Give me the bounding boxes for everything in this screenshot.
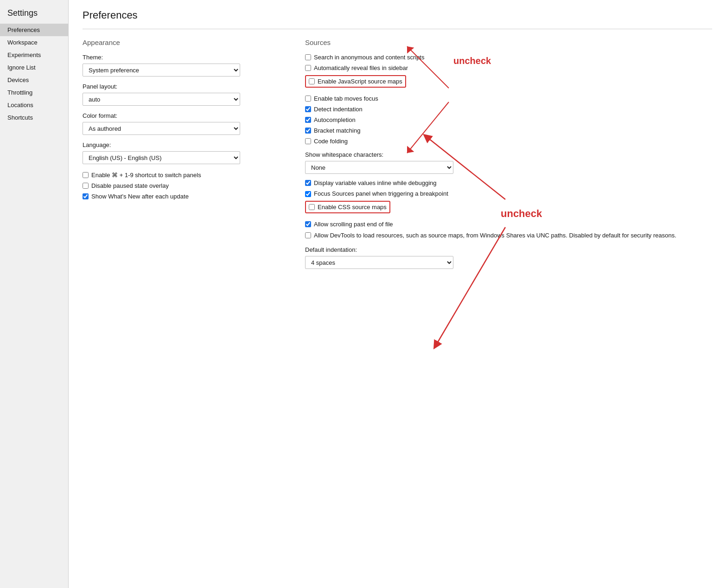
- sidebar-item-experiments[interactable]: Experiments: [0, 49, 68, 61]
- show-whats-new-row: Show What's New after each update: [83, 193, 277, 200]
- css-maps-highlight-container: Enable CSS source maps: [305, 201, 712, 217]
- code-folding-row: Code folding: [305, 138, 712, 145]
- enable-js-maps-label: Enable JavaScript source maps: [318, 78, 402, 85]
- sidebar-item-ignore-list[interactable]: Ignore List: [0, 61, 68, 74]
- display-variable-row: Display variable values inline while deb…: [305, 179, 712, 186]
- display-variable-label: Display variable values inline while deb…: [314, 179, 437, 186]
- auto-reveal-checkbox[interactable]: [305, 65, 311, 71]
- whitespace-label-row: Show whitespace characters:: [305, 151, 712, 158]
- default-indent-section: Default indentation: 4 spaces 2 spaces 8…: [305, 246, 712, 269]
- allow-devtools-row: Allow DevTools to load resources, such a…: [305, 231, 712, 240]
- color-format-label: Color format:: [83, 112, 277, 119]
- svg-line-0: [407, 46, 449, 88]
- appearance-section-title: Appearance: [83, 38, 277, 46]
- whitespace-label: Show whitespace characters:: [305, 151, 712, 158]
- code-folding-checkbox[interactable]: [305, 138, 311, 144]
- disable-paused-label: Disable paused state overlay: [91, 182, 169, 189]
- sources-section-title: Sources: [305, 38, 712, 46]
- divider: [83, 29, 712, 29]
- bracket-matching-label: Bracket matching: [314, 127, 360, 134]
- detect-indent-checkbox[interactable]: [305, 106, 311, 112]
- js-maps-highlight-container: Enable JavaScript source maps: [305, 75, 712, 91]
- sidebar-item-workspace[interactable]: Workspace: [0, 36, 68, 49]
- color-format-select[interactable]: As authored HEX RGB HSL: [83, 122, 240, 135]
- sidebar-item-devices[interactable]: Devices: [0, 74, 68, 86]
- code-folding-label: Code folding: [314, 138, 348, 145]
- allow-scrolling-checkbox[interactable]: [305, 221, 311, 227]
- focus-sources-label: Focus Sources panel when triggering a br…: [314, 190, 448, 197]
- allow-scrolling-row: Allow scrolling past end of file: [305, 221, 712, 228]
- disable-paused-checkbox[interactable]: [83, 183, 89, 189]
- main-content: Preferences Appearance Theme: System pre…: [69, 0, 726, 588]
- default-indent-label: Default indentation:: [305, 246, 712, 253]
- allow-devtools-checkbox[interactable]: [305, 232, 311, 238]
- autocompletion-label: Autocompletion: [314, 116, 356, 123]
- auto-reveal-row: Automatically reveal files in sidebar: [305, 64, 712, 71]
- css-maps-highlight-box: Enable CSS source maps: [305, 201, 390, 213]
- appearance-section: Appearance Theme: System preference Ligh…: [83, 38, 277, 269]
- show-whats-new-label: Show What's New after each update: [91, 193, 189, 200]
- enable-css-maps-checkbox[interactable]: [309, 204, 315, 210]
- search-anon-row: Search in anonymous and content scripts: [305, 54, 712, 61]
- whitespace-select[interactable]: None All Trailing: [305, 161, 453, 174]
- js-maps-highlight-box: Enable JavaScript source maps: [305, 75, 406, 88]
- sidebar-title: Settings: [0, 5, 68, 24]
- bracket-matching-checkbox[interactable]: [305, 128, 311, 134]
- svg-line-2: [407, 102, 449, 153]
- detect-indent-label: Detect indentation: [314, 106, 363, 113]
- bracket-matching-row: Bracket matching: [305, 127, 712, 134]
- sidebar-item-shortcuts[interactable]: Shortcuts: [0, 111, 68, 124]
- language-select[interactable]: English (US) - English (US): [83, 151, 240, 164]
- sidebar-item-locations[interactable]: Locations: [0, 99, 68, 111]
- sidebar-item-throttling[interactable]: Throttling: [0, 86, 68, 99]
- panel-layout-label: Panel layout:: [83, 83, 277, 90]
- allow-scrolling-label: Allow scrolling past end of file: [314, 221, 393, 228]
- panel-layout-select[interactable]: auto horizontal vertical: [83, 93, 240, 106]
- autocompletion-checkbox[interactable]: [305, 117, 311, 123]
- focus-sources-checkbox[interactable]: [305, 191, 311, 197]
- sidebar-item-preferences[interactable]: Preferences: [0, 24, 68, 36]
- columns-layout: Appearance Theme: System preference Ligh…: [83, 38, 712, 269]
- enable-css-maps-label: Enable CSS source maps: [318, 204, 387, 211]
- theme-select[interactable]: System preference Light Dark: [83, 64, 240, 77]
- cmd-shortcut-row: Enable ⌘ + 1-9 shortcut to switch panels: [83, 172, 277, 179]
- auto-reveal-label: Automatically reveal files in sidebar: [314, 64, 408, 71]
- autocompletion-row: Autocompletion: [305, 116, 712, 123]
- indent-select[interactable]: 4 spaces 2 spaces 8 spaces Tab character: [305, 256, 453, 269]
- disable-paused-row: Disable paused state overlay: [83, 182, 277, 189]
- language-label: Language:: [83, 141, 277, 148]
- cmd-shortcut-label: Enable ⌘ + 1-9 shortcut to switch panels: [91, 172, 201, 179]
- show-whats-new-checkbox[interactable]: [83, 193, 89, 199]
- enable-tab-focus-row: Enable tab moves focus: [305, 95, 712, 102]
- search-anon-checkbox[interactable]: [305, 54, 311, 60]
- enable-tab-focus-checkbox[interactable]: [305, 96, 311, 102]
- page-title: Preferences: [83, 9, 712, 21]
- focus-sources-row: Focus Sources panel when triggering a br…: [305, 190, 712, 197]
- annotation-arrows-svg: [398, 42, 490, 158]
- enable-tab-focus-label: Enable tab moves focus: [314, 95, 378, 102]
- enable-js-maps-checkbox[interactable]: [309, 78, 315, 84]
- sidebar: Settings Preferences Workspace Experimen…: [0, 0, 69, 588]
- display-variable-checkbox[interactable]: [305, 180, 311, 186]
- sources-section: Sources Search in anonymous and content …: [305, 38, 712, 269]
- theme-label: Theme:: [83, 54, 277, 61]
- detect-indent-row: Detect indentation: [305, 106, 712, 113]
- allow-devtools-label: Allow DevTools to load resources, such a…: [314, 231, 676, 240]
- svg-marker-3: [403, 146, 414, 156]
- cmd-shortcut-checkbox[interactable]: [83, 172, 89, 178]
